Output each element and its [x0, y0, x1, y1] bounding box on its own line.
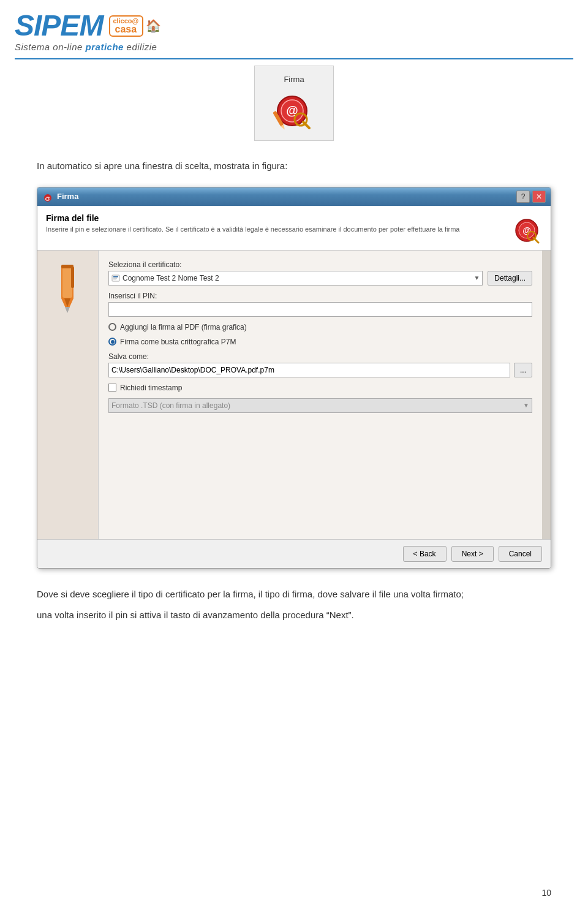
logo-container: SIPEM clicco@ casa 🏠 Sistema on-line pra…	[15, 11, 573, 52]
logo-subtitle: Sistema on-line pratiche edilizie	[15, 42, 157, 52]
svg-rect-22	[113, 276, 118, 278]
saveas-row: Salva come: ...	[108, 352, 532, 377]
dialog-title-left: @ Firma	[42, 191, 78, 202]
dialog-help-button[interactable]: ?	[516, 191, 530, 203]
pin-label: Inserisci il PIN:	[108, 292, 532, 300]
timestamp-label: Richiedi timestamp	[120, 384, 182, 392]
subtitle-pratiche: pratiche	[86, 42, 124, 52]
logo-casa-text: casa	[115, 25, 137, 34]
format-select-row: Formato .TSD (con firma in allegato) ▼	[108, 398, 532, 413]
subtitle-pre: Sistema on-line	[15, 42, 86, 52]
cert-select-value: Cognome Test 2 Nome Test 2	[123, 274, 471, 282]
dialog-right-panel	[542, 251, 551, 539]
svg-marker-20	[65, 307, 70, 313]
dialog-title-buttons[interactable]: ? ✕	[516, 191, 546, 203]
subtitle-post: edilizie	[124, 42, 157, 52]
next-button[interactable]: Next >	[451, 546, 494, 562]
timestamp-row: Richiedi timestamp	[108, 384, 532, 392]
back-button[interactable]: < Back	[403, 546, 447, 562]
dialog-header-subtitle: Inserire il pin e selezionare il certifi…	[46, 225, 505, 234]
pin-row: Inserisci il PIN:	[108, 292, 532, 317]
logo-sipem: SIPEM clicco@ casa 🏠 Sistema on-line pra…	[15, 11, 161, 52]
cert-select-arrow: ▼	[473, 274, 480, 281]
dialog-left-panel	[37, 251, 99, 539]
svg-line-12	[533, 238, 538, 243]
logo-casa-box: clicco@ casa	[109, 15, 143, 37]
saveas-input-row: ...	[108, 363, 532, 377]
firma-icon-box: Firma @	[254, 66, 334, 141]
timestamp-checkbox[interactable]	[108, 384, 116, 392]
radio2-circle[interactable]	[108, 338, 116, 346]
dialog-window: @ Firma ? ✕ Firma del file Inserire il p…	[37, 187, 551, 569]
page-number: 10	[541, 888, 551, 898]
firma-icon-area: Firma @	[37, 66, 551, 141]
svg-text:@: @	[45, 195, 51, 202]
firma-icon-label: Firma	[284, 75, 304, 84]
dialog-footer: < Back Next > Cancel	[37, 539, 551, 568]
format-select-arrow: ▼	[523, 402, 529, 409]
format-row: Formato .TSD (con firma in allegato) ▼	[108, 398, 532, 413]
pen-icon	[48, 263, 88, 318]
dialog-title-text: Firma	[57, 192, 78, 201]
dialog-header-text-block: Firma del file Inserire il pin e selezio…	[46, 213, 505, 234]
firma-svg-icon: @	[273, 89, 315, 132]
dialog-main: Seleziona il certificato: Cognome Test 2…	[37, 251, 551, 539]
radio1-row: Aggiungi la firma al PDF (firma grafica)	[108, 323, 532, 331]
saveas-input[interactable]	[108, 363, 510, 377]
dialog-header-section: Firma del file Inserire il pin e selezio…	[37, 206, 551, 251]
cert-icon	[111, 274, 120, 282]
logo-sipem-text: SIPEM	[15, 11, 103, 40]
dialog-titlebar: @ Firma ? ✕	[37, 187, 551, 206]
format-select[interactable]: Formato .TSD (con firma in allegato) ▼	[108, 398, 532, 413]
logo-clicco-text: clicco@	[113, 18, 138, 25]
svg-rect-23	[113, 278, 117, 278]
svg-text:@: @	[522, 225, 531, 235]
dialog-title-icon: @	[42, 191, 53, 202]
house-icon: 🏠	[146, 18, 161, 33]
dialog-spacer	[108, 419, 532, 529]
dialog-header-icon: @	[511, 213, 542, 244]
svg-rect-19	[71, 267, 74, 288]
radio1[interactable]: Aggiungi la firma al PDF (firma grafica)	[108, 323, 532, 331]
bottom-text-1: Dove si deve scegliere il tipo di certif…	[37, 587, 551, 602]
details-button[interactable]: Dettagli...	[488, 271, 532, 286]
pin-input[interactable]	[108, 302, 532, 317]
firma-icon-img: @	[273, 89, 315, 132]
bottom-text-2: una volta inserito il pin si attiva il t…	[37, 608, 551, 623]
radio1-label: Aggiungi la firma al PDF (firma grafica)	[120, 323, 247, 331]
format-select-value: Formato .TSD (con firma in allegato)	[111, 401, 521, 410]
select-cert-row: Seleziona il certificato: Cognome Test 2…	[108, 260, 532, 286]
intro-text: In automatico si apre una finestra di sc…	[37, 159, 551, 173]
radio1-circle[interactable]	[108, 323, 116, 331]
header-divider	[15, 58, 573, 59]
page-content: Firma @ In automatico si	[0, 66, 588, 623]
saveas-label: Salva come:	[108, 352, 532, 361]
radio2-row: Firma come busta crittografica P7M	[108, 338, 532, 346]
select-cert-input-row: Cognome Test 2 Nome Test 2 ▼ Dettagli...	[108, 271, 532, 286]
header: SIPEM clicco@ casa 🏠 Sistema on-line pra…	[0, 0, 588, 58]
cancel-button[interactable]: Cancel	[499, 546, 542, 562]
select-cert-label: Seleziona il certificato:	[108, 260, 532, 269]
dialog-header-title: Firma del file	[46, 213, 505, 223]
timestamp-checkbox-row[interactable]: Richiedi timestamp	[108, 384, 532, 392]
svg-rect-15	[62, 267, 72, 298]
radio2[interactable]: Firma come busta crittografica P7M	[108, 338, 532, 346]
dialog-close-button[interactable]: ✕	[532, 191, 546, 203]
certificate-select[interactable]: Cognome Test 2 Nome Test 2 ▼	[108, 271, 483, 286]
logo-sipem-top: SIPEM clicco@ casa 🏠	[15, 11, 161, 40]
svg-rect-24	[113, 279, 116, 279]
radio2-label: Firma come busta crittografica P7M	[120, 338, 236, 346]
dialog-form-area: Seleziona il certificato: Cognome Test 2…	[99, 251, 542, 539]
browse-button[interactable]: ...	[514, 363, 532, 377]
